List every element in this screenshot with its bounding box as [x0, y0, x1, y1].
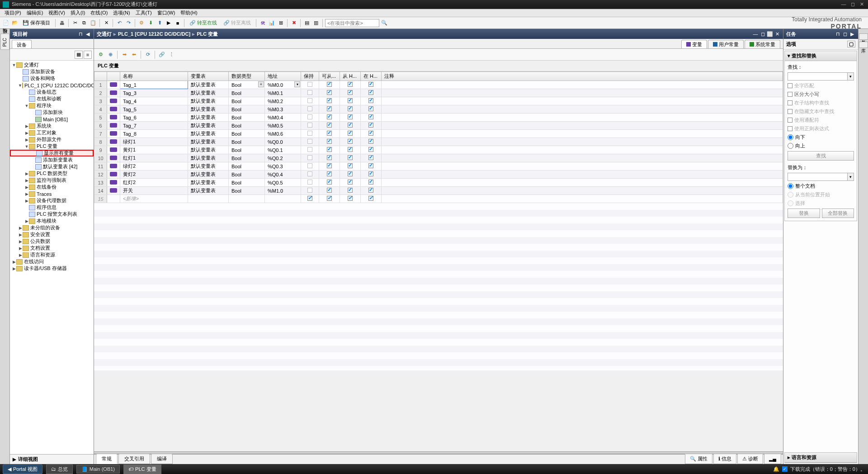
table-row-new[interactable]: 15<新增>	[94, 195, 783, 203]
cell-table[interactable]: 默认变量表	[188, 154, 229, 162]
checkbox[interactable]	[307, 90, 312, 95]
column-header-0[interactable]	[94, 72, 107, 81]
checkbox[interactable]	[368, 114, 373, 119]
cell-table[interactable]: 默认变量表	[188, 146, 229, 154]
table-row[interactable]: 10红灯1默认变量表Bool%Q0.2	[94, 154, 783, 162]
cell-accessible[interactable]	[319, 171, 340, 179]
tree-arrow-icon[interactable]: ▶	[24, 192, 29, 196]
find-button[interactable]: 查找	[788, 151, 854, 161]
menu-item-6[interactable]: 工具(T)	[133, 9, 155, 17]
open-project-icon[interactable]: 📂	[11, 19, 19, 27]
tree-row-6[interactable]: ▼程序块	[10, 102, 94, 109]
cell-accessible[interactable]	[319, 130, 340, 138]
tree-arrow-icon[interactable]: ▶	[24, 137, 29, 142]
save-project-button[interactable]: 💾 保存项目	[20, 19, 53, 27]
cell-retain[interactable]	[301, 89, 319, 97]
column-header-9[interactable]: 在 H...	[361, 72, 382, 81]
menu-item-5[interactable]: 选项(N)	[110, 9, 132, 17]
selection-radio[interactable]: 选择	[788, 200, 854, 207]
checkbox[interactable]	[327, 180, 332, 185]
cell-name[interactable]: Tag_1	[120, 81, 188, 89]
cell-address[interactable]: %Q0.3	[265, 162, 301, 171]
cell-name[interactable]: Tag_6	[120, 114, 188, 122]
checkbox[interactable]	[368, 139, 373, 144]
cell-address[interactable]: %M0.0▾	[265, 81, 301, 89]
tree-row-0[interactable]: ▼交通灯	[10, 62, 94, 68]
main-ob1-tab[interactable]: 📘 Main (OB1)	[76, 465, 120, 474]
tree-row-20[interactable]: ▶设备代理数据	[10, 197, 94, 204]
panel-collapse-icon[interactable]: ◀	[85, 31, 91, 37]
cell-table[interactable]: 默认变量表	[188, 97, 229, 105]
variable-table-wrap[interactable]: 名称变量表数据类型地址保持可从...从 H...在 H...注释 1Tag_1默…	[94, 71, 783, 451]
column-header-3[interactable]: 变量表	[188, 72, 229, 81]
tree-row-1[interactable]: 添加新设备	[10, 68, 94, 75]
substructure-checkbox[interactable]: 在子结构中查找	[788, 100, 854, 106]
column-header-4[interactable]: 数据类型	[229, 72, 265, 81]
table-row[interactable]: 5Tag_6默认变量表Bool%M0.4	[94, 114, 783, 122]
tree-arrow-icon[interactable]: ▶	[18, 253, 23, 257]
center-tab-2[interactable]: 系统常量	[745, 40, 780, 48]
cell-type[interactable]: Bool	[229, 89, 265, 97]
tree-arrow-icon[interactable]: ▶	[18, 246, 23, 251]
editor-max-icon[interactable]: ⬜	[767, 31, 773, 37]
cell-address[interactable]: %Q0.5	[265, 179, 301, 187]
cell-table[interactable]: 默认变量表	[188, 122, 229, 130]
column-header-1[interactable]	[107, 72, 120, 81]
tree-row-8[interactable]: Main [OB1]	[10, 116, 94, 123]
cell-retain[interactable]	[301, 146, 319, 154]
cell-comment[interactable]	[382, 138, 783, 146]
table-row[interactable]: 14开关默认变量表Bool%M1.0	[94, 187, 783, 195]
cell-table[interactable]: 默认变量表	[188, 162, 229, 171]
tb-icon-4[interactable]: ✖	[290, 19, 298, 27]
cell-table[interactable]: 默认变量表	[188, 138, 229, 146]
cell-type[interactable]: Bool	[229, 114, 265, 122]
checkbox[interactable]	[307, 188, 312, 193]
cell-retain[interactable]	[301, 187, 319, 195]
regex-checkbox[interactable]: 使用正则表达式	[788, 125, 854, 132]
search-go-icon[interactable]: 🔍	[380, 19, 388, 27]
menu-item-2[interactable]: 视图(V)	[46, 9, 68, 17]
cell-name[interactable]: Tag_8	[120, 130, 188, 138]
tree-arrow-icon[interactable]: ▶	[24, 171, 29, 176]
column-header-6[interactable]: 保持	[301, 72, 319, 81]
cell-writable[interactable]	[340, 138, 361, 146]
cell-retain[interactable]	[301, 162, 319, 171]
find-input[interactable]	[788, 72, 848, 81]
cell-comment[interactable]	[382, 97, 783, 105]
tab-devices[interactable]: 设备	[12, 40, 32, 48]
cell-retain[interactable]	[301, 179, 319, 187]
checkbox[interactable]	[327, 82, 332, 87]
portal-view-button[interactable]: ◀ Portal 视图	[3, 465, 42, 474]
cell-comment[interactable]	[382, 105, 783, 114]
cell-name[interactable]: 黄灯2	[120, 171, 188, 179]
cell-retain[interactable]	[301, 130, 319, 138]
checkbox[interactable]	[307, 163, 312, 168]
checkbox[interactable]	[368, 123, 373, 128]
compile-icon[interactable]: ⚙	[137, 19, 146, 27]
cell-visible[interactable]	[361, 122, 382, 130]
replace-button[interactable]: 替换	[788, 209, 820, 218]
tree-arrow-icon[interactable]: ▶	[18, 239, 23, 244]
cell-writable[interactable]	[340, 154, 361, 162]
checkbox[interactable]	[348, 147, 353, 152]
type-picker-icon[interactable]: ≡	[258, 81, 264, 87]
cell-address[interactable]: %Q0.4	[265, 171, 301, 179]
tree-row-7[interactable]: 添加新块	[10, 109, 94, 116]
table-row[interactable]: 7Tag_8默认变量表Bool%M0.6	[94, 130, 783, 138]
tree-arrow-icon[interactable]: ▼	[24, 144, 29, 149]
checkbox[interactable]	[368, 171, 373, 176]
delete-icon[interactable]: ✕	[102, 19, 110, 27]
tree-row-21[interactable]: 程序信息	[10, 204, 94, 211]
addr-dd-icon[interactable]: ▾	[294, 81, 300, 87]
checkbox[interactable]	[327, 131, 332, 136]
cell-address[interactable]: %Q0.1	[265, 146, 301, 154]
tree-row-3[interactable]: ▼PLC_1 [CPU 1212C DC/DC/DC]	[10, 82, 94, 89]
cell-address[interactable]: %Q0.0	[265, 138, 301, 146]
table-row[interactable]: 13红灯2默认变量表Bool%Q0.5	[94, 179, 783, 187]
checkbox[interactable]	[327, 171, 332, 176]
tree-row-14[interactable]: 添加新变量表	[10, 156, 94, 163]
cell-comment[interactable]	[382, 89, 783, 97]
cell-comment[interactable]	[382, 154, 783, 162]
vt-icon-6[interactable]: 🔗	[158, 51, 166, 59]
cell-table[interactable]: 默认变量表	[188, 89, 229, 97]
